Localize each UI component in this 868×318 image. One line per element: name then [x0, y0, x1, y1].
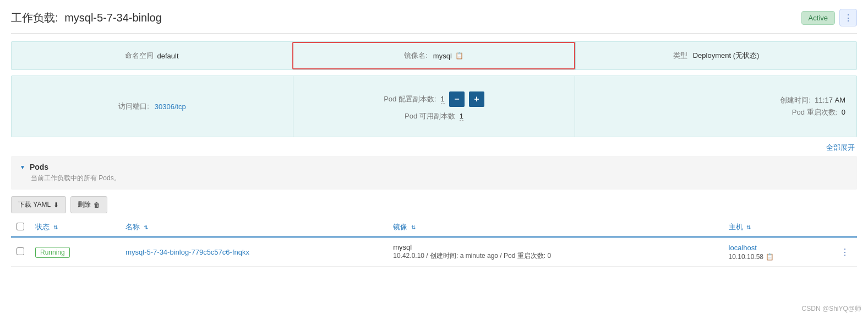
image-label: 镜像名: [404, 51, 428, 61]
collapse-icon[interactable]: ▼ [20, 164, 25, 170]
pods-section-title: Pods [30, 163, 48, 171]
create-time-row: 创建时间: 11:17 AM [780, 95, 845, 105]
image-header-label: 镜像 [393, 223, 407, 231]
row-actions-cell: ⋮ [835, 237, 857, 267]
status-column-header: 状态 ⇅ [30, 218, 120, 237]
access-port-cell: 访问端口: 30306/tcp [12, 76, 293, 137]
access-port-label: 访问端口: [118, 101, 149, 111]
delete-button[interactable]: 删除 🗑 [70, 196, 107, 213]
configured-replicas-value: 1 [441, 95, 445, 104]
actions-column-header [835, 218, 857, 237]
name-header-label: 名称 [125, 223, 140, 231]
namespace-value: default [157, 52, 178, 60]
pod-restart-value: 0 [842, 108, 845, 116]
increase-replicas-button[interactable]: + [469, 91, 484, 107]
row-host-cell: localhost 10.10.10.58 📋 [723, 237, 835, 267]
namespace-label: 命名空间 [125, 51, 154, 61]
row-checkbox[interactable] [17, 247, 24, 255]
table-header: 状态 ⇅ 名称 ⇅ 镜像 ⇅ 主机 ⇅ [11, 218, 857, 237]
row-more-button[interactable]: ⋮ [840, 247, 849, 257]
image-meta: 10.42.0.10 / 创建时间: a minute ago / Pod 重启… [393, 251, 717, 261]
page-header: 工作负载: mysql-5-7-34-binlog Active ⋮ [11, 9, 857, 34]
download-label: 下载 YAML [18, 200, 51, 209]
image-cell: 镜像名: mysql 📋 [292, 42, 575, 69]
download-icon: ⬇ [53, 201, 59, 209]
more-options-button[interactable]: ⋮ [839, 9, 857, 26]
host-sort-icon[interactable]: ⇅ [746, 224, 751, 230]
host-ip-row: 10.10.10.58 📋 [729, 253, 829, 261]
create-time-label: 创建时间: [780, 96, 811, 104]
info-row-1: 命名空间 default 镜像名: mysql 📋 类型 Deployment … [11, 41, 857, 70]
row-image-cell: mysql 10.42.0.10 / 创建时间: a minute ago / … [387, 237, 723, 267]
type-value: Deployment (无状态) [693, 51, 760, 61]
host-column-header: 主机 ⇅ [723, 218, 835, 237]
available-replicas-row: Pod 可用副本数 1 [405, 111, 463, 121]
pod-replicas-info: Pod 配置副本数: 1 − + Pod 可用副本数 1 [304, 84, 564, 129]
expand-all-row: 全部展开 [11, 137, 857, 156]
pods-section-subtitle: 当前工作负载中的所有 Pods。 [31, 174, 848, 183]
host-copy-icon[interactable]: 📋 [766, 253, 774, 261]
pods-section: ▼ Pods 当前工作负载中的所有 Pods。 [11, 156, 857, 190]
host-name-link[interactable]: localhost [729, 244, 757, 252]
table-toolbar: 下载 YAML ⬇ 删除 🗑 [11, 196, 857, 213]
replicas-cell: Pod 配置副本数: 1 − + Pod 可用副本数 1 [293, 76, 575, 137]
download-yaml-button[interactable]: 下载 YAML ⬇ [11, 196, 66, 213]
image-name: mysql [393, 243, 717, 251]
configured-replicas-row: Pod 配置副本数: 1 − + [384, 91, 484, 107]
available-replicas-value: 1 [460, 112, 463, 121]
create-time-value: 11:17 AM [815, 96, 845, 104]
delete-label: 删除 [78, 200, 91, 209]
type-cell: 类型 Deployment (无状态) [575, 42, 856, 69]
type-label: 类型 [673, 51, 687, 61]
row-status-cell: Running [30, 237, 120, 267]
header-actions: Active ⋮ [801, 9, 857, 26]
host-header-label: 主机 [729, 223, 743, 231]
status-sort-icon[interactable]: ⇅ [53, 224, 58, 230]
row-name-cell: mysql-5-7-34-binlog-779c5c57c6-fnqkx [120, 237, 387, 267]
name-column-header: 名称 ⇅ [120, 218, 387, 237]
configured-replicas-label: Pod 配置副本数: [384, 94, 436, 104]
host-ip-value: 10.10.10.58 [729, 253, 763, 261]
name-sort-icon[interactable]: ⇅ [144, 224, 148, 230]
pod-restart-label: Pod 重启次数: [792, 108, 837, 116]
pods-table: 状态 ⇅ 名称 ⇅ 镜像 ⇅ 主机 ⇅ [11, 218, 857, 267]
table-row: Running mysql-5-7-34-binlog-779c5c57c6-f… [11, 237, 857, 267]
expand-all-link[interactable]: 全部展开 [826, 143, 855, 153]
delete-icon: 🗑 [94, 201, 100, 209]
pods-section-header: ▼ Pods [20, 163, 848, 171]
decrease-replicas-button[interactable]: − [449, 91, 465, 107]
info-row-2: 访问端口: 30306/tcp Pod 配置副本数: 1 − + Pod 可用副… [11, 76, 857, 137]
status-badge: Running [35, 247, 70, 258]
available-replicas-label: Pod 可用副本数 [405, 111, 455, 121]
copy-icon[interactable]: 📋 [455, 52, 463, 60]
select-all-checkbox[interactable] [17, 223, 24, 230]
pod-restart-row: Pod 重启次数: 0 [792, 107, 845, 117]
namespace-cell: 命名空间 default [12, 42, 292, 69]
page-title: 工作负载: mysql-5-7-34-binlog [11, 10, 162, 25]
access-port-value[interactable]: 30306/tcp [155, 103, 186, 111]
status-header-label: 状态 [35, 223, 50, 231]
pod-name-link[interactable]: mysql-5-7-34-binlog-779c5c57c6-fnqkx [125, 248, 249, 256]
table-body: Running mysql-5-7-34-binlog-779c5c57c6-f… [11, 237, 857, 267]
image-value: mysql [433, 52, 452, 60]
time-cell: 创建时间: 11:17 AM Pod 重启次数: 0 [575, 76, 856, 137]
image-sort-icon[interactable]: ⇅ [411, 224, 416, 230]
status-badge: Active [801, 11, 835, 25]
row-checkbox-cell [11, 237, 30, 267]
image-column-header: 镜像 ⇅ [387, 218, 723, 237]
select-all-cell [11, 218, 30, 237]
